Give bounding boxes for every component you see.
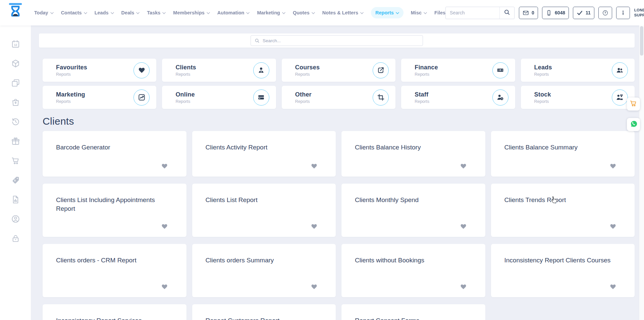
user-box-icon <box>612 89 628 106</box>
floating-whatsapp-button[interactable] <box>627 118 640 131</box>
nav-item-misc[interactable]: Misc <box>411 10 427 15</box>
sidebar-item-lock[interactable] <box>11 234 20 243</box>
nav-item-files[interactable]: Files <box>434 10 445 15</box>
chevron-down-icon <box>312 11 315 14</box>
external-link-icon <box>373 62 389 78</box>
sidebar-item-cart[interactable] <box>11 156 20 165</box>
nav-item-deals[interactable]: Deals <box>121 10 140 15</box>
badge-check[interactable]: 11 <box>573 7 594 19</box>
favourite-heart-icon[interactable] <box>460 283 467 291</box>
favourite-heart-icon[interactable] <box>161 223 168 230</box>
report-card-clients-list-including-appointments-report[interactable]: Clients List Including Appointments Repo… <box>43 184 186 237</box>
category-card-favourites[interactable]: FavouritesReports <box>43 59 156 82</box>
sidebar-item-cube[interactable] <box>11 59 20 68</box>
category-card-marketing[interactable]: MarketingReports <box>43 86 156 109</box>
nav-label: Deals <box>121 10 135 15</box>
report-card-report-consent-forms[interactable]: Report Consent Forms <box>341 304 485 320</box>
account-menu[interactable]: LONDON SUPPORT <box>634 5 644 20</box>
cube-icon <box>11 59 20 68</box>
report-card-repeat-customers-report[interactable]: Repeat Customers Report <box>192 304 336 320</box>
category-subtitle: Reports <box>534 99 551 104</box>
favourite-heart-icon[interactable] <box>609 283 616 291</box>
sidebar-item-bag[interactable] <box>11 98 20 107</box>
section-title: Clients <box>43 116 635 127</box>
heart-icon <box>133 62 150 78</box>
nav-item-leads[interactable]: Leads <box>95 10 114 15</box>
report-card-inconsistency-report-clients-courses[interactable]: Inconsistency Report Clients Courses <box>491 244 635 297</box>
floating-cart-orange-button[interactable] <box>627 98 640 111</box>
nav-item-quotes[interactable]: Quotes <box>293 10 315 15</box>
svg-text:?: ? <box>604 11 606 14</box>
favourite-heart-icon[interactable] <box>460 223 467 230</box>
category-text: MarketingReports <box>56 91 85 104</box>
envelope-icon <box>523 10 529 16</box>
sidebar-item-gift[interactable] <box>11 137 20 146</box>
app-logo[interactable] <box>0 2 31 23</box>
sidebar-item-history[interactable] <box>11 117 20 126</box>
favourite-heart-icon[interactable] <box>161 163 168 170</box>
nav-item-tasks[interactable]: Tasks <box>147 10 166 15</box>
report-card-inconsistency-report-services[interactable]: Inconsistency Report Services <box>43 304 186 320</box>
header-search <box>445 7 515 19</box>
report-card-clients-balance-history[interactable]: Clients Balance History <box>341 131 485 177</box>
top-navbar: TodayContactsLeadsDealsTasksMembershipsA… <box>0 0 644 25</box>
category-card-online[interactable]: OnlineReports <box>162 86 276 109</box>
favourite-heart-icon[interactable] <box>161 283 168 291</box>
report-card-clients-orders-crm-report[interactable]: Clients orders - CRM Report <box>43 244 186 297</box>
report-title: Clients orders - CRM Report <box>56 256 167 265</box>
category-card-finance[interactable]: FinanceReports0 <box>401 59 515 82</box>
report-card-clients-activity-report[interactable]: Clients Activity Report <box>192 131 336 177</box>
report-card-barcode-generator[interactable]: Barcode Generator <box>43 131 186 177</box>
favourite-heart-icon[interactable] <box>609 163 616 170</box>
svg-text:0: 0 <box>500 69 501 71</box>
nav-item-notes-letters[interactable]: Notes & Letters <box>322 10 364 15</box>
header-search-input[interactable] <box>446 10 499 15</box>
nav-item-memberships[interactable]: Memberships <box>173 10 210 15</box>
favourite-heart-icon[interactable] <box>310 223 318 230</box>
nav-item-today[interactable]: Today <box>34 10 54 15</box>
report-title: Inconsistency Report Clients Courses <box>504 256 616 265</box>
category-card-leads[interactable]: LeadsReports <box>521 59 635 82</box>
category-title: Favourites <box>56 64 87 71</box>
copy-icon <box>11 78 20 87</box>
badge-envelope[interactable]: 0 <box>519 7 538 19</box>
report-card-clients-list-report[interactable]: Clients List Report <box>192 184 336 237</box>
scrollbar-thumb[interactable] <box>640 26 643 56</box>
bag-icon <box>11 98 20 107</box>
reports-search-input[interactable] <box>263 38 419 43</box>
badge-info[interactable] <box>616 7 630 19</box>
report-card-clients-trends-report[interactable]: Clients Trends Report <box>491 184 635 237</box>
sidebar-item-report-doc[interactable] <box>11 195 20 204</box>
sidebar-item-copy[interactable] <box>11 78 20 87</box>
sidebar-item-calendar[interactable]: 12 <box>11 40 20 49</box>
favourite-heart-icon[interactable] <box>310 163 318 170</box>
report-card-clients-monthly-spend[interactable]: Clients Monthly Spend <box>341 184 485 237</box>
nav-item-automation[interactable]: Automation <box>217 10 250 15</box>
nav-item-reports[interactable]: Reports <box>371 7 404 18</box>
category-card-stock[interactable]: StockReports <box>521 86 635 109</box>
sidebar-item-tag[interactable]: $ <box>11 176 20 185</box>
category-card-other[interactable]: OtherReports <box>282 86 395 109</box>
badge-phone[interactable]: 6048 <box>542 7 569 19</box>
category-text: OnlineReports <box>175 91 195 104</box>
category-card-courses[interactable]: CoursesReports <box>282 59 395 82</box>
sidebar-item-user-circle[interactable] <box>11 214 20 223</box>
report-card-clients-balance-summary[interactable]: Clients Balance Summary <box>491 131 635 177</box>
category-title: Courses <box>295 64 320 71</box>
nav-label: Notes & Letters <box>322 10 358 15</box>
report-card-clients-orders-summary[interactable]: Clients orders Summary <box>192 244 336 297</box>
header-search-button[interactable] <box>499 7 514 19</box>
nav-item-contacts[interactable]: Contacts <box>61 10 87 15</box>
nav-item-marketing[interactable]: Marketing <box>257 10 285 15</box>
category-card-clients[interactable]: ClientsReports <box>162 59 276 82</box>
report-card-clients-without-bookings[interactable]: Clients without Bookings <box>341 244 485 297</box>
favourite-heart-icon[interactable] <box>310 283 318 291</box>
nav-label: Reports <box>375 10 394 15</box>
category-subtitle: Reports <box>415 99 429 104</box>
favourite-heart-icon[interactable] <box>460 163 467 170</box>
badge-help[interactable]: ? <box>598 7 612 19</box>
category-card-staff[interactable]: StaffReports <box>401 86 515 109</box>
chevron-down-icon <box>162 11 166 14</box>
favourite-heart-icon[interactable] <box>609 223 616 230</box>
report-title: Inconsistency Report Services <box>56 316 167 320</box>
